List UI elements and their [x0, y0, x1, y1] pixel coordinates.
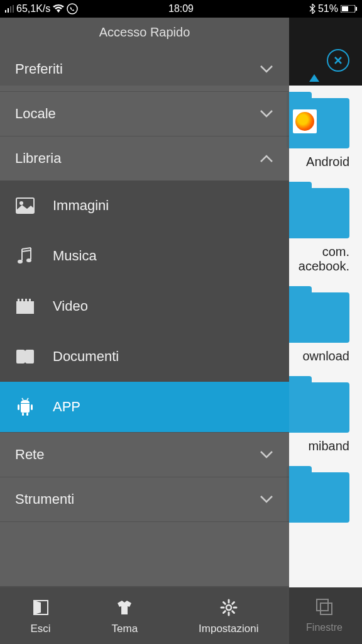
network-speed: 65,1K/s: [16, 3, 50, 14]
section-label: Libreria: [15, 150, 61, 167]
folder-icon: [287, 292, 349, 343]
exit-icon: [31, 597, 51, 618]
exit-button[interactable]: Esci: [30, 597, 50, 635]
whatsapp-icon: [67, 3, 78, 14]
sub-item-label: Immagini: [53, 197, 109, 214]
sub-item-label: APP: [53, 399, 80, 415]
bottom-label: Esci: [30, 623, 50, 635]
section-label: Strumenti: [15, 491, 74, 508]
svg-rect-7: [356, 7, 357, 11]
firefox-thumb-icon: [295, 112, 314, 131]
drawer-title: Accesso Rapido: [0, 18, 289, 47]
svg-rect-9: [321, 603, 332, 614]
svg-rect-1: [8, 8, 9, 13]
svg-point-13: [26, 258, 31, 262]
section-preferiti[interactable]: Preferiti: [0, 47, 289, 92]
bottom-nav-label: Finestre: [306, 622, 343, 633]
svg-rect-3: [13, 5, 14, 13]
svg-rect-2: [10, 6, 11, 13]
svg-rect-18: [29, 299, 31, 301]
document-icon: [15, 347, 35, 367]
settings-button[interactable]: Impostazioni: [199, 597, 258, 635]
folder-icon: [287, 382, 349, 433]
signal-icon: [5, 5, 14, 13]
svg-line-23: [22, 398, 23, 400]
svg-rect-22: [26, 413, 28, 416]
svg-rect-14: [16, 301, 34, 314]
libreria-item-documenti[interactable]: Documenti: [0, 331, 289, 382]
section-strumenti[interactable]: Strumenti: [0, 477, 289, 522]
sort-indicator-icon: [309, 74, 319, 82]
svg-point-12: [18, 260, 23, 264]
svg-line-24: [27, 398, 28, 400]
section-locale[interactable]: Locale: [0, 92, 289, 136]
svg-rect-20: [31, 404, 33, 410]
video-icon: [15, 296, 35, 316]
section-label: Locale: [15, 106, 56, 122]
theme-icon: [114, 597, 134, 618]
libreria-item-video[interactable]: Video: [0, 281, 289, 331]
svg-rect-6: [342, 6, 348, 11]
chevron-down-icon: [259, 447, 274, 462]
android-icon: [15, 397, 35, 417]
status-bar: 65,1K/s 18:09 51%: [0, 0, 362, 18]
bottom-label: Tema: [112, 623, 138, 635]
svg-rect-21: [22, 413, 24, 416]
svg-point-4: [67, 4, 77, 14]
bluetooth-icon: [309, 4, 315, 14]
music-icon: [15, 246, 35, 266]
windows-icon: [315, 598, 333, 618]
libreria-item-musica[interactable]: Musica: [0, 231, 289, 281]
wifi-icon: [53, 4, 64, 13]
svg-point-26: [226, 605, 231, 610]
svg-rect-17: [25, 299, 27, 301]
image-icon: [15, 196, 35, 216]
libreria-item-immagini[interactable]: Immagini: [0, 180, 289, 231]
folder-icon: [287, 188, 349, 238]
section-rete[interactable]: Rete: [0, 433, 289, 477]
settings-icon: [219, 597, 239, 618]
folder-icon: [287, 98, 349, 148]
status-time: 18:09: [168, 3, 194, 14]
chevron-down-icon: [259, 492, 274, 507]
sub-item-label: Video: [53, 298, 88, 314]
battery-icon: [341, 5, 357, 13]
navigation-drawer: Accesso Rapido Preferiti Locale Libreria: [0, 18, 289, 644]
sub-item-label: Musica: [53, 248, 97, 264]
svg-rect-15: [18, 299, 19, 301]
libreria-item-app[interactable]: APP: [0, 382, 289, 432]
section-libreria[interactable]: Libreria Immagini Musica: [0, 136, 289, 433]
svg-rect-19: [18, 404, 19, 410]
sub-item-label: Documenti: [53, 348, 119, 365]
folder-icon: [287, 472, 349, 523]
svg-rect-8: [317, 599, 328, 611]
battery-percent: 51%: [318, 3, 338, 14]
chevron-down-icon: [259, 62, 274, 77]
bottom-label: Impostazioni: [199, 623, 258, 635]
svg-rect-0: [5, 10, 6, 13]
svg-point-11: [19, 201, 23, 205]
chevron-up-icon: [259, 151, 274, 166]
bottom-nav-windows[interactable]: Finestre: [287, 587, 362, 644]
svg-rect-16: [21, 299, 23, 301]
drawer-bottom-bar: Esci Tema Impostazioni: [0, 586, 289, 644]
section-label: Rete: [15, 447, 44, 463]
chevron-down-icon: [259, 106, 274, 121]
section-label: Preferiti: [15, 61, 63, 77]
theme-button[interactable]: Tema: [112, 597, 138, 635]
close-button[interactable]: [327, 49, 349, 72]
libreria-items: Immagini Musica Video Documenti: [0, 180, 289, 432]
